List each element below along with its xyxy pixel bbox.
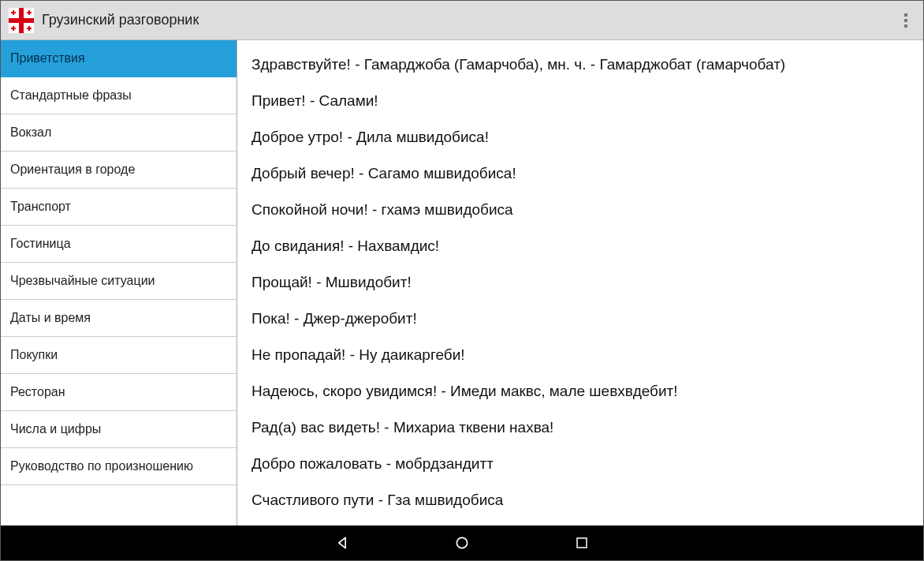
sidebar-item-label: Стандартные фразы	[10, 88, 132, 102]
sidebar-item-label: Числа и цифры	[10, 422, 101, 436]
phrase-item[interactable]: Доброе утро! - Дила мшвидобиса!	[251, 129, 909, 146]
android-nav-bar	[1, 525, 923, 560]
phrase-item[interactable]: Спокойной ночи! - гхамэ мшвидобиса	[251, 201, 909, 219]
phrase-item[interactable]: Здравствуйте! - Гамарджоба (Гамарчоба), …	[251, 56, 909, 73]
sidebar-item-4[interactable]: Транспорт	[1, 189, 237, 226]
sidebar-item-9[interactable]: Ресторан	[1, 374, 237, 411]
app-title: Грузинский разговорник	[42, 12, 896, 28]
app-icon-georgian-flag	[9, 8, 34, 33]
sidebar-item-label: Ресторан	[10, 385, 65, 398]
sidebar-item-label: Гостиница	[10, 237, 71, 250]
sidebar-item-8[interactable]: Покупки	[1, 337, 237, 374]
sidebar-item-7[interactable]: Даты и время	[1, 300, 237, 337]
sidebar-item-3[interactable]: Ориентация в городе	[1, 151, 237, 189]
phrase-item[interactable]: Не пропадай! - Ну даикаргеби!	[251, 346, 909, 364]
sidebar-item-label: Вокзал	[10, 125, 51, 139]
action-bar: Грузинский разговорник	[1, 1, 923, 40]
sidebar-item-label: Покупки	[10, 348, 58, 361]
sidebar-item-label: Транспорт	[10, 200, 71, 213]
app-frame: Грузинский разговорник ПриветствияСтанда…	[0, 0, 924, 561]
sidebar-item-label: Чрезвычайные ситуации	[10, 274, 155, 287]
phrase-item[interactable]: Счастливого пути - Гза мшвидобиса	[251, 492, 909, 509]
svg-rect-2	[9, 18, 34, 23]
sidebar-item-0[interactable]: Приветствия	[1, 40, 237, 77]
sidebar-item-1[interactable]: Стандартные фразы	[1, 77, 237, 114]
svg-rect-4	[577, 538, 587, 548]
sidebar: ПриветствияСтандартные фразыВокзалОриент…	[1, 40, 237, 525]
nav-back-icon[interactable]	[333, 534, 351, 552]
sidebar-item-label: Даты и время	[10, 311, 91, 324]
sidebar-item-label: Ориентация в городе	[10, 163, 135, 176]
nav-recent-icon[interactable]	[573, 534, 591, 552]
sidebar-item-5[interactable]: Гостиница	[1, 226, 237, 263]
phrase-item[interactable]: Добро пожаловать - мобрдзандитт	[251, 455, 909, 473]
svg-point-3	[456, 537, 467, 548]
content-area[interactable]: Здравствуйте! - Гамарджоба (Гамарчоба), …	[237, 40, 923, 525]
sidebar-item-label: Приветствия	[10, 51, 85, 65]
overflow-menu-icon[interactable]	[896, 8, 915, 33]
phrase-item[interactable]: Надеюсь, скоро увидимся! - Имеди маквс, …	[251, 383, 909, 400]
phrase-item[interactable]: Добрый вечер! - Сагамо мшвидобиса!	[251, 165, 909, 182]
phrase-item[interactable]: Прощай! - Мшвидобит!	[251, 274, 909, 291]
sidebar-item-label: Руководство по произношению	[10, 459, 193, 473]
phrase-item[interactable]: Привет! - Салами!	[251, 92, 909, 110]
sidebar-item-6[interactable]: Чрезвычайные ситуации	[1, 263, 237, 300]
phrase-item[interactable]: До свидания! - Нахвамдис!	[251, 237, 909, 255]
body: ПриветствияСтандартные фразыВокзалОриент…	[1, 40, 923, 525]
sidebar-item-2[interactable]: Вокзал	[1, 114, 237, 151]
sidebar-item-11[interactable]: Руководство по произношению	[1, 448, 237, 485]
sidebar-item-10[interactable]: Числа и цифры	[1, 411, 237, 448]
phrase-item[interactable]: Пока! - Джер-джеробит!	[251, 310, 909, 327]
nav-home-icon[interactable]	[453, 534, 471, 552]
phrase-item[interactable]: Рад(а) вас видеть! - Михариа тквени нахв…	[251, 419, 909, 436]
